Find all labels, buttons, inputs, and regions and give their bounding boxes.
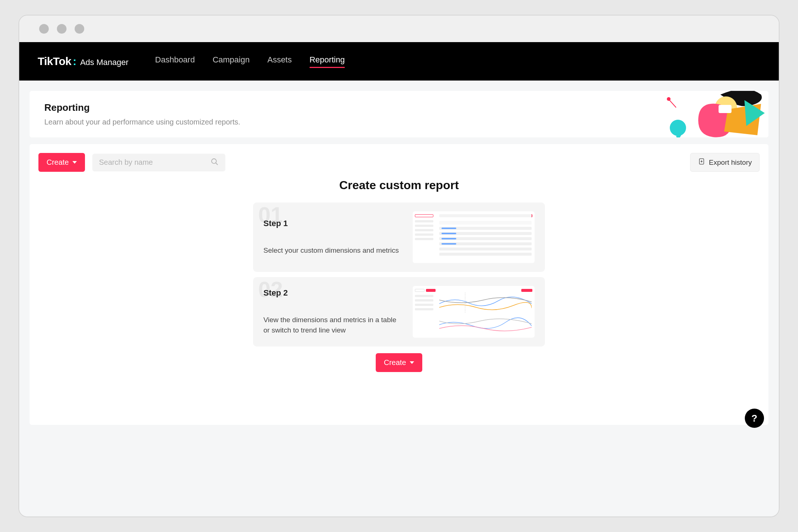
help-icon: ? bbox=[751, 413, 757, 424]
page-header-card: Reporting Learn about your ad performanc… bbox=[30, 91, 768, 137]
primary-nav: Dashboard Campaign Assets Reporting bbox=[155, 55, 345, 68]
chevron-down-icon bbox=[410, 361, 414, 364]
svg-rect-6 bbox=[719, 105, 732, 113]
svg-point-2 bbox=[670, 120, 686, 136]
create-center-wrap: Create bbox=[38, 353, 760, 372]
top-navbar: TikTok : Ads Manager Dashboard Campaign … bbox=[19, 42, 779, 81]
step-text: Step 2 View the dimensions and metrics i… bbox=[263, 288, 404, 336]
file-export-icon bbox=[698, 158, 705, 167]
hero-illustration bbox=[654, 91, 765, 137]
step-card-2: 02 Step 2 View the dimensions and metric… bbox=[253, 277, 545, 347]
browser-frame: TikTok : Ads Manager Dashboard Campaign … bbox=[18, 15, 780, 517]
step-description: Select your custom dimensions and metric… bbox=[263, 245, 404, 256]
chevron-down-icon bbox=[72, 161, 77, 164]
brand-subtitle: Ads Manager bbox=[80, 58, 129, 67]
svg-line-8 bbox=[216, 163, 218, 165]
window-dot bbox=[39, 24, 49, 34]
window-dot bbox=[57, 24, 66, 34]
svg-point-7 bbox=[212, 158, 216, 163]
help-fab-button[interactable]: ? bbox=[745, 409, 764, 428]
svg-line-5 bbox=[669, 100, 676, 108]
create-report-button[interactable]: Create bbox=[376, 353, 422, 372]
create-button[interactable]: Create bbox=[38, 153, 85, 172]
step-preview-table bbox=[413, 211, 535, 263]
page-subtitle: Learn about your ad performance using cu… bbox=[44, 118, 754, 126]
search-field[interactable] bbox=[92, 154, 225, 171]
page-title: Reporting bbox=[44, 102, 754, 113]
create-button-label: Create bbox=[47, 158, 69, 167]
nav-campaign[interactable]: Campaign bbox=[212, 55, 249, 68]
browser-chrome bbox=[19, 16, 779, 42]
step-text: Step 1 Select your custom dimensions and… bbox=[263, 219, 404, 256]
steps-list: 01 Step 1 Select your custom dimensions … bbox=[253, 202, 545, 347]
step-title: Step 1 bbox=[263, 219, 404, 228]
content-card: Create Export history Create custom rep bbox=[30, 144, 768, 425]
window-dot bbox=[75, 24, 84, 34]
create-report-label: Create bbox=[384, 358, 406, 367]
page-body: Reporting Learn about your ad performanc… bbox=[19, 81, 779, 516]
toolbar: Create Export history bbox=[38, 153, 760, 172]
nav-dashboard[interactable]: Dashboard bbox=[155, 55, 195, 68]
nav-assets[interactable]: Assets bbox=[267, 55, 292, 68]
step-description: View the dimensions and metrics in a tab… bbox=[263, 315, 404, 336]
section-title: Create custom report bbox=[38, 178, 760, 192]
brand-name: TikTok bbox=[38, 55, 71, 68]
step-card-1: 01 Step 1 Select your custom dimensions … bbox=[253, 202, 545, 272]
brand-colon-icon: : bbox=[73, 55, 76, 68]
export-history-label: Export history bbox=[709, 158, 752, 167]
export-history-button[interactable]: Export history bbox=[690, 153, 760, 172]
nav-reporting[interactable]: Reporting bbox=[310, 55, 345, 68]
step-preview-trend bbox=[413, 286, 535, 338]
brand-logo: TikTok : Ads Manager bbox=[38, 55, 129, 68]
search-input[interactable] bbox=[99, 158, 211, 167]
search-icon bbox=[211, 158, 219, 167]
step-title: Step 2 bbox=[263, 288, 404, 298]
